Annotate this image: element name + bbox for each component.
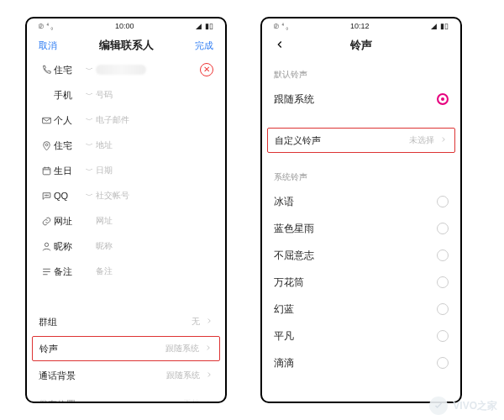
chevron-down-icon[interactable]: ﹀	[86, 90, 96, 101]
ringtone-label: 平凡	[274, 329, 294, 344]
radio-unselected[interactable]	[437, 330, 449, 342]
field-row-email[interactable]: 个人 ﹀ 电子邮件	[27, 108, 225, 133]
setting-ringtone[interactable]: 铃声 跟随系统	[32, 336, 220, 361]
field-row-nickname[interactable]: 昵称 昵称	[27, 234, 225, 259]
field-row-notes[interactable]: 备注 备注	[27, 259, 225, 284]
svg-point-6	[45, 243, 48, 246]
setting-value: 未选择	[409, 134, 434, 146]
page-title: 铃声	[350, 38, 372, 53]
cancel-button[interactable]: 取消	[39, 39, 57, 52]
chevron-right-icon	[205, 317, 213, 327]
status-bar: ⎚ ⁴₀ 10:00 ◢ ▮▯	[27, 18, 225, 34]
ringtone-label: 不屈意志	[274, 249, 314, 263]
ringtone-option[interactable]: 不屈意志	[262, 242, 460, 269]
setting-value: 无	[192, 316, 200, 328]
chat-icon	[39, 191, 54, 202]
status-card: ⎚ ⁴₀	[39, 22, 54, 30]
setting-label: 铃声	[39, 343, 58, 355]
chevron-down-icon[interactable]: ﹀	[86, 65, 96, 76]
watermark-text: VIVO之家	[453, 399, 497, 413]
pin-icon	[39, 140, 54, 151]
clear-button[interactable]: ✕	[200, 63, 213, 76]
field-row-url[interactable]: 网址 网址	[27, 208, 225, 234]
field-input[interactable]: 地址	[96, 139, 213, 151]
ringtone-label: 蓝色星雨	[274, 222, 314, 236]
back-button[interactable]	[274, 39, 286, 53]
field-input[interactable]: 电子邮件	[96, 114, 213, 126]
ringtone-option[interactable]: 万花筒	[262, 269, 460, 296]
chevron-right-icon	[439, 135, 448, 145]
field-row-qq[interactable]: QQ ﹀ 社交帐号	[27, 183, 225, 208]
setting-storage[interactable]: 保存位置 手机	[27, 390, 225, 402]
setting-label: 自定义铃声	[275, 134, 321, 147]
chevron-down-icon[interactable]: ﹀	[86, 165, 96, 176]
radio-selected[interactable]	[437, 93, 449, 105]
field-input[interactable]: 日期	[96, 165, 213, 176]
ringtone-label: 冰语	[274, 195, 294, 209]
radio-unselected[interactable]	[437, 276, 449, 288]
ringtone-option[interactable]: 滴滴	[262, 349, 460, 376]
battery-icon: ▮▯	[440, 22, 449, 30]
section-system: 系统铃声	[262, 153, 460, 188]
phone-ringtone: ⎚ ⁴₀ 10:12 ◢ ▮▯ 铃声 默认铃声 跟随系统 自定义铃声	[260, 17, 462, 403]
link-icon	[39, 216, 54, 227]
field-row-birthday[interactable]: 生日 ﹀ 日期	[27, 158, 225, 183]
ringtone-option[interactable]: 平凡	[262, 323, 460, 349]
setting-label: 通话背景	[39, 370, 76, 382]
setting-label: 保存位置	[39, 398, 76, 402]
ringtone-option[interactable]: 幻蓝	[262, 296, 460, 323]
ringtone-label: 跟随系统	[274, 92, 314, 107]
chevron-right-icon	[205, 370, 213, 381]
signal-icon: ◢	[431, 22, 437, 30]
field-row-home-phone[interactable]: 住宅 ﹀ ✕	[27, 57, 225, 82]
field-label: 昵称	[54, 240, 86, 253]
field-label: 网址	[54, 215, 86, 228]
svg-point-3	[45, 194, 45, 195]
chevron-down-icon[interactable]: ﹀	[86, 115, 96, 126]
ringtone-label: 滴滴	[274, 356, 294, 370]
field-label: 住宅	[54, 64, 86, 76]
status-bar: ⎚ ⁴₀ 10:12 ◢ ▮▯	[262, 18, 460, 34]
phone-edit-contact: ⎚ ⁴₀ 10:00 ◢ ▮▯ 取消 编辑联系人 完成 住宅 ﹀ ✕	[25, 17, 227, 403]
chevron-down-icon[interactable]: ﹀	[86, 140, 96, 151]
ringtone-follow-system[interactable]: 跟随系统	[262, 86, 460, 113]
ringtone-option[interactable]: 冰语	[262, 188, 460, 215]
field-label: 备注	[54, 265, 86, 278]
field-input[interactable]: 昵称	[96, 240, 213, 252]
status-time: 10:12	[350, 22, 370, 30]
setting-call-background[interactable]: 通话背景 跟随系统	[27, 361, 225, 390]
nav-bar: 取消 编辑联系人 完成	[27, 34, 225, 57]
edit-contact-form: 住宅 ﹀ ✕ 手机 ﹀ 号码 个人 ﹀ 电子邮件	[27, 57, 225, 402]
field-row-address[interactable]: 住宅 ﹀ 地址	[27, 133, 225, 158]
field-input[interactable]: 号码	[96, 89, 213, 101]
radio-unselected[interactable]	[437, 357, 449, 369]
svg-point-1	[45, 144, 48, 146]
field-value[interactable]	[96, 65, 200, 75]
field-row-mobile[interactable]: 手机 ﹀ 号码	[27, 82, 225, 108]
radio-unselected[interactable]	[437, 303, 449, 315]
setting-value: 跟随系统	[165, 343, 199, 354]
ringtone-label: 万花筒	[274, 276, 304, 290]
done-button[interactable]: 完成	[195, 39, 213, 52]
chevron-right-icon	[204, 344, 213, 354]
radio-unselected[interactable]	[437, 223, 449, 234]
phone-icon	[39, 65, 54, 76]
ringtone-list: 默认铃声 跟随系统 自定义铃声 未选择 系统铃声 冰语 蓝色星雨	[262, 57, 460, 402]
check-icon	[429, 396, 448, 415]
chevron-down-icon[interactable]: ﹀	[86, 191, 96, 202]
field-input[interactable]: 社交帐号	[96, 190, 213, 202]
page-title: 编辑联系人	[99, 38, 154, 53]
radio-unselected[interactable]	[437, 196, 449, 207]
setting-custom-ringtone[interactable]: 自定义铃声 未选择	[267, 128, 455, 153]
radio-unselected[interactable]	[437, 249, 449, 261]
calendar-icon	[39, 165, 54, 176]
ringtone-option[interactable]: 蓝色星雨	[262, 215, 460, 242]
setting-group[interactable]: 群组 无	[27, 307, 225, 336]
watermark: VIVO之家	[429, 396, 497, 415]
mail-icon	[39, 115, 54, 126]
field-label: 住宅	[54, 139, 86, 152]
svg-point-4	[46, 194, 47, 195]
field-input[interactable]: 网址	[96, 215, 213, 227]
chevron-right-icon	[205, 399, 213, 402]
field-input[interactable]: 备注	[96, 265, 213, 277]
